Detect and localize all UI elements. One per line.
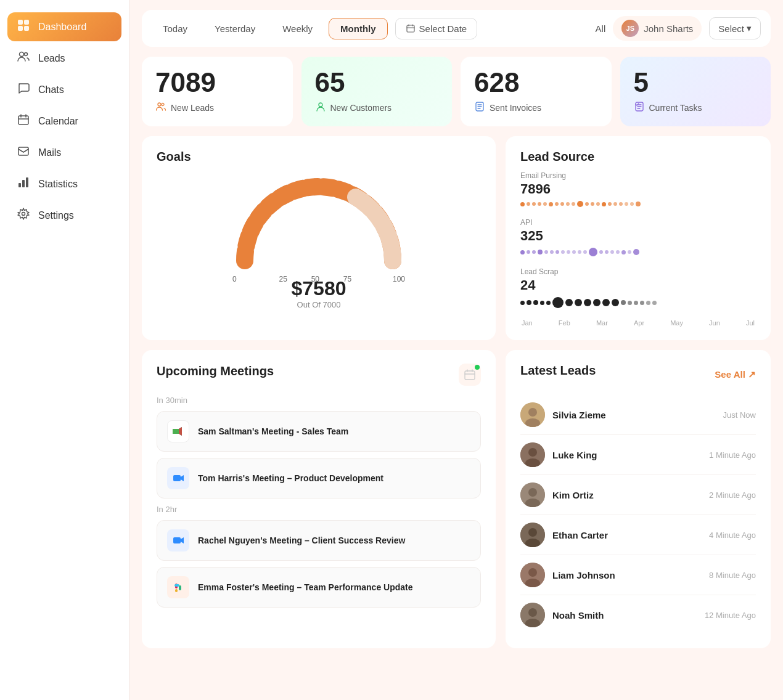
svg-point-11 xyxy=(22,213,25,216)
svg-rect-3 xyxy=(24,26,29,31)
stat-label: Sent Invoices xyxy=(474,101,598,114)
stat-number: 628 xyxy=(474,69,598,96)
meetings-header: Upcoming Meetings xyxy=(157,364,481,386)
lead-source-email: Email Pursing 7896 xyxy=(520,171,756,207)
header-right: All JS John Sharts Select ▾ xyxy=(596,16,761,41)
select-date-label: Select Date xyxy=(419,23,467,34)
lead-time: 4 Minute Ago xyxy=(709,531,756,540)
user-pill[interactable]: JS John Sharts xyxy=(613,16,702,41)
email-pursing-label: Email Pursing xyxy=(520,171,756,180)
latest-leads-card: Latest Leads See All ↗ Silvia Zieme Just… xyxy=(506,350,771,648)
svg-point-14 xyxy=(162,104,164,106)
meeting-item-tom: Tom Harris's Meeting – Product Developme… xyxy=(157,458,481,499)
lead-scrap-value: 24 xyxy=(520,277,756,293)
sidebar-item-mails[interactable]: Mails xyxy=(7,138,121,167)
tab-monthly[interactable]: Monthly xyxy=(329,18,388,39)
latest-leads-header: Latest Leads See All ↗ xyxy=(520,364,756,385)
stat-card-customers: 65 New Customers xyxy=(301,57,453,126)
email-dot-line xyxy=(520,201,756,207)
middle-section: Goals 0 25 50 75 100 xyxy=(142,136,771,340)
sidebar-item-leads[interactable]: Leads xyxy=(7,44,121,73)
scrap-dot-line xyxy=(520,297,756,308)
sidebar-item-label: Calendar xyxy=(38,116,78,127)
select-dropdown[interactable]: Select ▾ xyxy=(709,17,761,39)
sidebar-item-label: Dashboard xyxy=(38,22,86,33)
svg-rect-12 xyxy=(407,25,414,32)
api-value: 325 xyxy=(520,228,756,244)
meeting-item-sam: Sam Saltman's Meeting - Sales Team xyxy=(157,411,481,452)
sidebar-item-dashboard[interactable]: Dashboard xyxy=(7,12,121,41)
svg-rect-6 xyxy=(18,116,28,124)
lead-source-api: API 325 xyxy=(520,218,756,256)
api-label: API xyxy=(520,218,756,227)
svg-point-42 xyxy=(528,608,537,617)
lead-source-title: Lead Source xyxy=(520,150,756,164)
stat-label: New Customers xyxy=(315,101,439,114)
lead-time: 2 Minute Ago xyxy=(709,490,756,500)
stat-label: New Leads xyxy=(155,101,279,114)
svg-rect-2 xyxy=(18,26,23,31)
lead-item-ethan: Ethan Carter 4 Minute Ago xyxy=(520,515,756,555)
time-group-2hr: In 2hr xyxy=(157,505,481,514)
calendar-icon xyxy=(16,113,31,129)
lead-scrap-label: Lead Scrap xyxy=(520,267,756,276)
avatar-noah xyxy=(520,603,545,627)
bottom-section: Upcoming Meetings In 30min xyxy=(142,350,771,648)
zoom-icon-2 xyxy=(167,529,189,551)
sidebar-item-chats[interactable]: Chats xyxy=(7,75,121,104)
lead-source-scrap: Lead Scrap 24 xyxy=(520,267,756,308)
zoom-icon xyxy=(167,467,189,489)
tab-weekly[interactable]: Weekly xyxy=(271,18,324,39)
svg-rect-18 xyxy=(465,371,475,380)
avatar-kim xyxy=(520,482,545,507)
svg-rect-10 xyxy=(26,177,28,187)
meeting-item-emma: Emma Foster's Meeting – Team Performance… xyxy=(157,567,481,608)
svg-rect-7 xyxy=(18,147,28,155)
lead-name: Ethan Carter xyxy=(552,530,702,540)
lead-item-liam: Liam Johnson 8 Minute Ago xyxy=(520,555,756,595)
avatar-silvia xyxy=(520,402,545,427)
lead-item-kim: Kim Ortiz 2 Minute Ago xyxy=(520,475,756,515)
lead-name: Luke King xyxy=(552,450,702,460)
stat-number: 7089 xyxy=(155,69,279,96)
see-all-button[interactable]: See All ↗ xyxy=(715,369,756,380)
sidebar: Dashboard Leads Chats Calendar xyxy=(0,0,129,700)
new-leads-icon xyxy=(155,101,166,114)
tab-today[interactable]: Today xyxy=(152,18,199,39)
svg-rect-22 xyxy=(173,475,181,481)
mails-icon xyxy=(16,144,31,161)
lead-source-card: Lead Source Email Pursing 7896 xyxy=(506,136,771,340)
notification-dot xyxy=(475,365,480,370)
chevron-down-icon: ▾ xyxy=(747,23,752,34)
sidebar-item-settings[interactable]: Settings xyxy=(7,201,121,230)
email-pursing-value: 7896 xyxy=(520,181,756,197)
lead-name: Kim Ortiz xyxy=(552,490,702,500)
leads-icon xyxy=(16,50,31,67)
meeting-title: Tom Harris's Meeting – Product Developme… xyxy=(198,473,383,483)
sidebar-item-calendar[interactable]: Calendar xyxy=(7,107,121,136)
svg-point-5 xyxy=(25,53,28,56)
tab-yesterday[interactable]: Yesterday xyxy=(203,18,266,39)
gauge-container: 0 25 50 75 100 $7580 Out Of 7000 xyxy=(226,171,411,282)
meeting-title: Rachel Nguyen's Meeting – Client Success… xyxy=(198,535,405,545)
user-avatar: JS xyxy=(621,20,639,37)
sent-invoices-icon xyxy=(474,101,485,114)
dashboard-icon xyxy=(16,18,31,35)
svg-rect-20 xyxy=(173,429,179,434)
svg-point-36 xyxy=(528,528,537,537)
lead-time: Just Now xyxy=(723,410,756,420)
svg-point-33 xyxy=(528,488,537,497)
select-date-button[interactable]: Select Date xyxy=(395,18,478,39)
sidebar-item-statistics[interactable]: Statistics xyxy=(7,169,121,198)
svg-rect-25 xyxy=(171,580,186,595)
meeting-title: Emma Foster's Meeting – Team Performance… xyxy=(198,582,413,592)
chats-icon xyxy=(16,81,31,98)
svg-rect-24 xyxy=(173,537,181,543)
svg-point-15 xyxy=(319,103,322,107)
stat-label: Current Tasks xyxy=(634,101,758,114)
user-name: John Sharts xyxy=(644,23,693,34)
all-label: All xyxy=(596,23,606,34)
sidebar-item-label: Mails xyxy=(38,147,61,158)
meetings-card: Upcoming Meetings In 30min xyxy=(142,350,496,648)
svg-point-39 xyxy=(528,568,537,577)
